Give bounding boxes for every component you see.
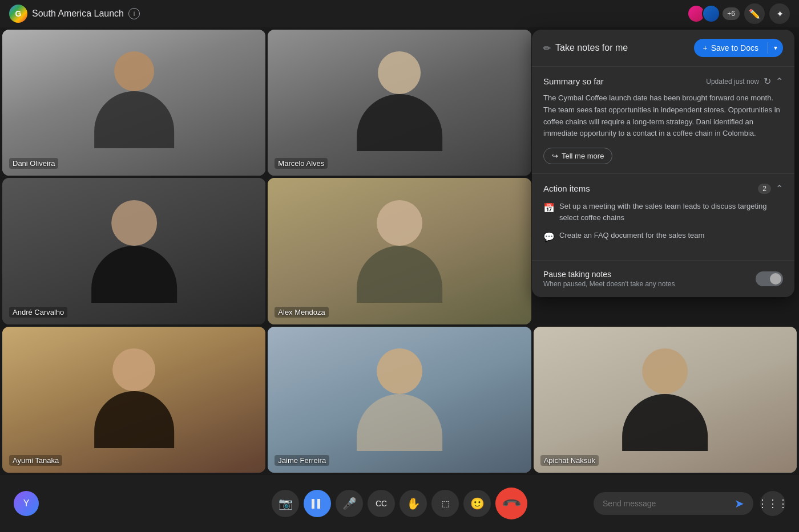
mic-button[interactable]: 🎤 (336, 490, 363, 517)
end-call-button[interactable]: 📞 (495, 488, 527, 519)
pause-subtitle: When paused, Meet doesn't take any notes (543, 280, 675, 288)
bottom-center: 📷 ▌▌ 🎤 CC ✋ ⬚ 🙂 📞 (271, 488, 528, 519)
video-cell-ayumi: Ayumi Tanaka (2, 327, 265, 473)
top-bar-left: G South America Launch i (9, 5, 687, 23)
name-jaime: Jaime Ferreira (275, 455, 329, 466)
top-bar-right: +6 ✏️ ✦ (687, 3, 790, 24)
action-items-title: Action items (543, 184, 590, 193)
tell-me-more-label: Tell me more (562, 152, 604, 160)
avatar-stack: +6 (687, 5, 740, 23)
name-ayumi: Ayumi Tanaka (9, 455, 62, 466)
present-icon: ⬚ (442, 499, 449, 508)
name-andre: André Carvalho (9, 307, 67, 318)
message-input-container: ➤ (594, 492, 753, 515)
name-alex: Alex Mendoza (275, 307, 328, 318)
pause-title: Pause taking notes (543, 270, 675, 279)
avatar-marcelo (702, 5, 720, 23)
arrow-right-icon: ↪ (552, 152, 558, 160)
action-text-0: Set up a meeting with the sales team lea… (559, 201, 783, 223)
chat-icon: 💬 (543, 230, 555, 244)
captions-icon: CC (376, 499, 387, 508)
action-item-0: 📅 Set up a meeting with the sales team l… (543, 201, 783, 223)
end-call-icon: 📞 (501, 493, 522, 514)
video-cell-apichat: Apichat Naksuk (534, 327, 797, 473)
updated-text: Updated just now (706, 78, 759, 86)
bottom-right: ➤ ⋮⋮⋮ (528, 491, 785, 516)
activity-button[interactable]: ▌▌ (304, 490, 331, 517)
grid-apps-button[interactable]: ⋮⋮⋮ (760, 491, 785, 516)
camera-button[interactable]: 📷 (272, 490, 299, 517)
send-icon: ➤ (735, 497, 744, 510)
info-icon[interactable]: i (128, 8, 140, 19)
collapse-summary-button[interactable]: ⌃ (776, 76, 783, 87)
present-button[interactable]: ⬚ (431, 490, 459, 517)
summary-section: Summary so far Updated just now ↻ ⌃ The … (532, 67, 794, 174)
emoji-icon: 🙂 (470, 497, 485, 510)
google-logo: G (9, 5, 27, 23)
mic-icon: 🎤 (342, 497, 357, 510)
video-cell-andre: André Carvalho (2, 178, 265, 324)
bottom-bar: Y 📷 ▌▌ 🎤 CC ✋ ⬚ 🙂 📞 ➤ (0, 475, 799, 532)
activity-icon: ▌▌ (312, 499, 323, 508)
notes-title-row: ✏ Take notes for me (543, 43, 628, 54)
video-cell-alex: Alex Mendoza (268, 178, 531, 324)
save-label: Save to Docs (711, 43, 758, 52)
notes-panel-header: ✏ Take notes for me + Save to Docs ▾ (532, 30, 794, 67)
pencil-icon: ✏️ (749, 9, 760, 19)
bottom-left: Y (14, 491, 271, 516)
refresh-button[interactable]: ↻ (764, 76, 771, 87)
message-input[interactable] (603, 499, 730, 508)
summary-text: The Cymbal Coffee launch date has been b… (543, 92, 783, 140)
action-item-1: 💬 Create an FAQ document for the sales t… (543, 230, 783, 244)
action-items-section: Action items 2 ⌃ 📅 Set up a meeting with… (532, 174, 794, 261)
edit-button[interactable]: ✏️ (744, 3, 765, 24)
action-items-header: Action items 2 ⌃ (543, 183, 783, 194)
sparkle-icon: ✦ (776, 9, 784, 19)
video-cell-marcelo: Marcelo Alves (268, 30, 531, 176)
video-cell-dani: Dani Oliveira (2, 30, 265, 176)
top-bar: G South America Launch i +6 ✏️ ✦ (0, 0, 799, 27)
pause-info: Pause taking notes When paused, Meet doe… (543, 270, 675, 288)
video-cell-jaime: Jaime Ferreira (268, 327, 531, 473)
participant-count[interactable]: +6 (723, 7, 740, 20)
name-dani: Dani Oliveira (9, 158, 58, 169)
grid-icon: ⋮⋮⋮ (757, 497, 788, 510)
save-dropdown-icon[interactable]: ▾ (768, 39, 783, 56)
calendar-icon: 📅 (543, 201, 555, 215)
name-apichat: Apichat Naksuk (540, 455, 599, 466)
notes-panel: ✏ Take notes for me + Save to Docs ▾ Sum… (532, 30, 794, 297)
collapse-actions-button[interactable]: ⌃ (776, 183, 783, 194)
tell-me-more-button[interactable]: ↪ Tell me more (543, 148, 612, 164)
notes-title: Take notes for me (555, 43, 628, 53)
toggle-knob (770, 273, 781, 285)
send-button[interactable]: ➤ (735, 497, 744, 510)
raise-hand-button[interactable]: ✋ (400, 490, 427, 517)
save-to-docs-button[interactable]: + Save to Docs ▾ (694, 39, 783, 57)
action-count-badge: 2 (758, 184, 771, 194)
sparkle-button[interactable]: ✦ (769, 3, 790, 24)
user-avatar: Y (14, 491, 39, 516)
save-btn-main[interactable]: + Save to Docs (694, 39, 768, 57)
captions-button[interactable]: CC (368, 490, 395, 517)
notes-pencil-icon: ✏ (543, 43, 551, 54)
name-marcelo: Marcelo Alves (275, 158, 328, 169)
meeting-title: South America Launch (32, 9, 124, 19)
camera-icon: 📷 (279, 497, 293, 510)
summary-title: Summary so far (543, 76, 604, 86)
pause-toggle[interactable] (756, 271, 783, 286)
plus-icon: + (703, 43, 708, 52)
pause-section: Pause taking notes When paused, Meet doe… (532, 261, 794, 297)
hand-icon: ✋ (406, 497, 421, 510)
action-text-1: Create an FAQ document for the sales tea… (559, 230, 704, 241)
summary-meta: Updated just now ↻ ⌃ (706, 76, 783, 87)
emoji-button[interactable]: 🙂 (463, 490, 491, 517)
summary-header: Summary so far Updated just now ↻ ⌃ (543, 76, 783, 87)
